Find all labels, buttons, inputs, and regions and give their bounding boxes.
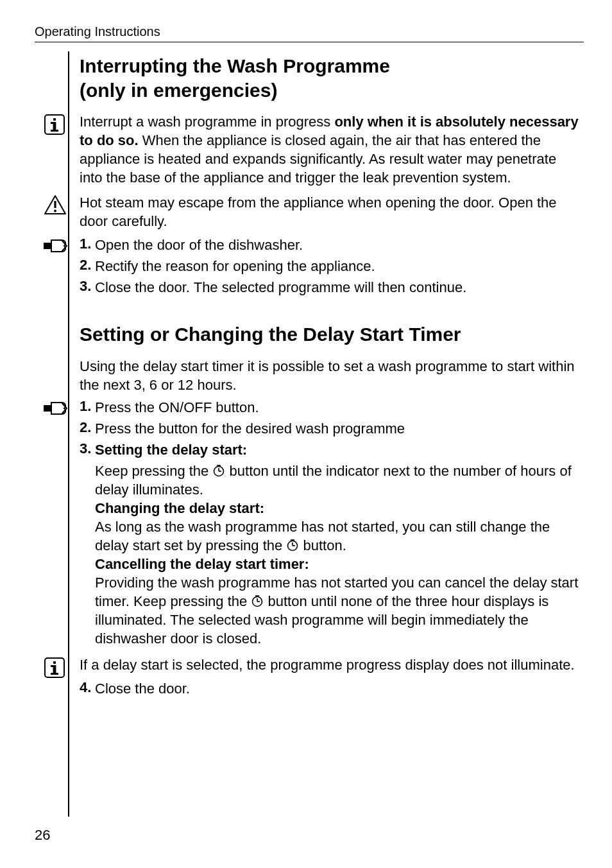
delay-step-3-body: Keep pressing the button until the indic… xyxy=(95,462,579,499)
delay-step-3-body3: Providing the wash programme has not sta… xyxy=(95,573,579,648)
svg-rect-3 xyxy=(51,122,53,124)
vertical-rule xyxy=(68,51,69,817)
running-header: Operating Instructions xyxy=(35,24,160,39)
delay-step-4: 4. Close the door. xyxy=(80,679,579,698)
text: Interrupt a wash programme in progress xyxy=(80,114,334,130)
clock-icon xyxy=(286,539,299,551)
section-title-delay: Setting or Changing the Delay Start Time… xyxy=(80,322,579,347)
text: When the appliance is closed again, the … xyxy=(80,132,556,186)
step-3: 3. Close the door. The selected programm… xyxy=(80,278,579,297)
delay-step-1: 1. Press the ON/OFF button. xyxy=(80,398,579,417)
info-paragraph-2: If a delay start is selected, the progra… xyxy=(80,655,579,674)
clock-icon xyxy=(212,464,225,477)
text: Keep pressing the xyxy=(95,463,212,479)
svg-rect-5 xyxy=(54,201,56,208)
delay-step-3-body2: As long as the wash programme has not st… xyxy=(95,517,579,555)
svg-rect-25 xyxy=(51,673,58,675)
step-number: 4. xyxy=(80,679,91,696)
step-number: 3. xyxy=(80,278,91,295)
delay-step-2: 2. Press the button for the desired wash… xyxy=(80,419,579,438)
warning-icon xyxy=(44,195,71,215)
step-text: Close the door. xyxy=(95,681,190,697)
step-text: Press the ON/OFF button. xyxy=(95,399,259,415)
svg-rect-24 xyxy=(51,665,53,667)
step-2: 2. Rectify the reason for opening the ap… xyxy=(80,257,579,275)
section-title-interrupt: Interrupting the Wash Programme (only in… xyxy=(80,54,579,102)
svg-rect-4 xyxy=(51,130,58,132)
info-row-1: Interrupt a wash programme in progress o… xyxy=(80,112,579,187)
title-line-1: Interrupting the Wash Programme xyxy=(80,55,390,76)
svg-rect-2 xyxy=(53,122,56,131)
step-text: Rectify the reason for opening the appli… xyxy=(95,258,375,274)
clock-icon xyxy=(251,595,264,607)
text: button. xyxy=(299,537,346,553)
pointer-icon xyxy=(42,400,69,417)
delay-step-3-head3: Cancelling the delay start timer: xyxy=(95,555,579,573)
svg-point-22 xyxy=(53,661,56,664)
page: Operating Instructions Interrupting the … xyxy=(0,0,612,868)
info-paragraph-1: Interrupt a wash programme in progress o… xyxy=(80,112,579,187)
step-heading: Setting the delay start: xyxy=(95,442,247,458)
step-text: Press the button for the desired wash pr… xyxy=(95,421,405,437)
header-rule: Operating Instructions xyxy=(35,24,584,42)
info-icon xyxy=(44,657,71,679)
svg-rect-7 xyxy=(44,243,51,249)
svg-rect-23 xyxy=(53,665,56,674)
step-number: 2. xyxy=(80,419,91,436)
delay-intro: Using the delay start timer it is possib… xyxy=(80,357,579,394)
step-number: 2. xyxy=(80,257,91,273)
svg-point-1 xyxy=(53,118,56,121)
step-number: 1. xyxy=(80,398,91,415)
title-line-2: (only in emergencies) xyxy=(80,80,277,101)
info-row-2: If a delay start is selected, the progra… xyxy=(80,655,579,674)
pointer-icon xyxy=(42,238,69,254)
delay-step-3-head2: Changing the delay start: xyxy=(95,499,579,517)
step-number: 3. xyxy=(80,440,91,457)
svg-point-6 xyxy=(54,210,56,213)
warning-row: Hot steam may escape from the appliance … xyxy=(80,193,579,230)
page-number: 26 xyxy=(35,827,50,844)
svg-rect-8 xyxy=(44,405,51,412)
step-text: Open the door of the dishwasher. xyxy=(95,237,303,253)
step-text: Close the door. The selected programme w… xyxy=(95,279,466,295)
step-1: 1. Open the door of the dishwasher. xyxy=(80,236,579,254)
info-icon xyxy=(44,114,71,135)
warning-paragraph: Hot steam may escape from the appliance … xyxy=(80,193,579,230)
content-block: Interrupting the Wash Programme (only in… xyxy=(80,54,584,698)
delay-step-3: 3. Setting the delay start: xyxy=(80,440,579,459)
step-number: 1. xyxy=(80,236,91,252)
